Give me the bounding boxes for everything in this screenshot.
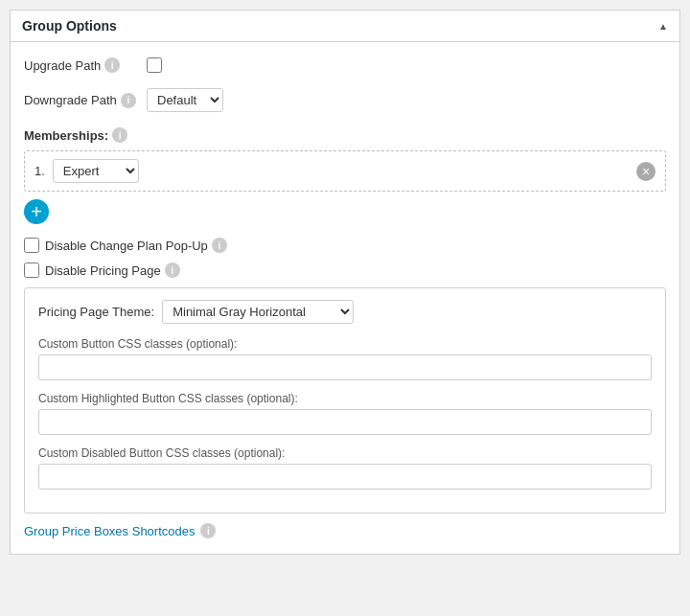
memberships-box: 1. Expert × xyxy=(24,150,666,192)
custom-disabled-group: Custom Disabled Button CSS classes (opti… xyxy=(38,446,652,490)
custom-disabled-label: Custom Disabled Button CSS classes (opti… xyxy=(38,446,652,460)
custom-disabled-input[interactable] xyxy=(38,464,652,490)
collapse-icon[interactable]: ▲ xyxy=(658,21,668,32)
downgrade-path-select[interactable]: Default xyxy=(147,88,223,112)
downgrade-path-row: Downgrade Path i Default xyxy=(24,88,666,112)
pricing-theme-row: Pricing Page Theme: Minimal Gray Horizon… xyxy=(38,300,652,324)
memberships-section: Memberships: i 1. Expert × + xyxy=(24,127,666,224)
custom-highlighted-group: Custom Highlighted Button CSS classes (o… xyxy=(38,392,652,435)
add-membership-button[interactable]: + xyxy=(24,199,49,224)
panel-header: Group Options ▲ xyxy=(11,11,679,42)
pricing-theme-label: Pricing Page Theme: xyxy=(38,305,154,319)
remove-membership-button[interactable]: × xyxy=(636,162,656,181)
panel-body: Upgrade Path i Downgrade Path i Default … xyxy=(11,42,679,554)
custom-button-group: Custom Button CSS classes (optional): xyxy=(38,337,652,380)
downgrade-path-info-icon[interactable]: i xyxy=(121,93,136,108)
footer-info-icon[interactable]: i xyxy=(200,523,216,538)
disable-pricing-page-row: Disable Pricing Page i xyxy=(24,262,666,278)
membership-item: 1. Expert × xyxy=(34,159,656,183)
custom-highlighted-input[interactable] xyxy=(38,409,652,435)
footer-row: Group Price Boxes Shortcodes i xyxy=(24,523,666,538)
pricing-section: Pricing Page Theme: Minimal Gray Horizon… xyxy=(24,287,666,513)
disable-change-plan-label: Disable Change Plan Pop-Up i xyxy=(45,238,227,253)
disable-change-plan-checkbox[interactable] xyxy=(24,238,39,253)
upgrade-path-checkbox[interactable] xyxy=(147,57,162,73)
group-options-panel: Group Options ▲ Upgrade Path i Downgrade… xyxy=(10,10,680,555)
disable-change-plan-row: Disable Change Plan Pop-Up i xyxy=(24,238,666,253)
upgrade-path-label: Upgrade Path i xyxy=(24,57,139,73)
upgrade-path-info-icon[interactable]: i xyxy=(104,57,120,73)
custom-highlighted-label: Custom Highlighted Button CSS classes (o… xyxy=(38,392,652,405)
group-price-boxes-link[interactable]: Group Price Boxes Shortcodes xyxy=(24,524,195,538)
custom-button-label: Custom Button CSS classes (optional): xyxy=(38,337,652,351)
upgrade-path-row: Upgrade Path i xyxy=(24,57,666,73)
memberships-info-icon[interactable]: i xyxy=(112,127,127,143)
downgrade-path-label: Downgrade Path i xyxy=(24,93,139,108)
memberships-label: Memberships: i xyxy=(24,127,666,143)
disable-pricing-page-checkbox[interactable] xyxy=(24,262,39,278)
disable-pricing-page-label: Disable Pricing Page i xyxy=(45,262,180,278)
disable-change-plan-info-icon[interactable]: i xyxy=(212,238,227,253)
pricing-theme-select[interactable]: Minimal Gray Horizontal xyxy=(162,300,354,324)
membership-number: 1. xyxy=(34,164,45,178)
panel-title: Group Options xyxy=(22,18,117,34)
custom-button-input[interactable] xyxy=(38,354,652,380)
disable-pricing-page-info-icon[interactable]: i xyxy=(165,262,180,278)
membership-select[interactable]: Expert xyxy=(53,159,139,183)
